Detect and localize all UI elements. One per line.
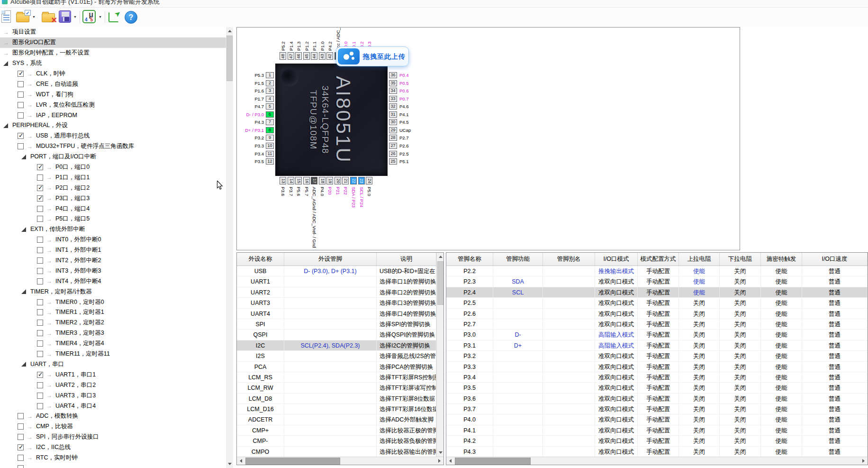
tree-item[interactable]: P2口，端口2 [0, 183, 226, 193]
mode-config-method[interactable]: 手动配置 [638, 351, 679, 361]
tree-item[interactable]: RTC，实时时钟 [0, 453, 226, 463]
io-speed[interactable]: 普通 [802, 414, 868, 424]
tree-item[interactable]: INT3，外部中断3 [0, 266, 226, 276]
peripheral-row[interactable]: LCM_D16 选择TFT彩屏16位数据 [237, 404, 436, 414]
peripheral-row[interactable]: QSPI 选择QSPI的管脚切换 [237, 330, 436, 340]
open-project-button[interactable]: ✓ [16, 9, 29, 25]
open-dropdown-arrow[interactable]: ▼ [32, 15, 36, 18]
tree-item[interactable]: P5口，端口5 [0, 214, 226, 224]
checkbox[interactable] [37, 299, 43, 305]
io-speed[interactable]: 普通 [802, 372, 868, 382]
schmitt-trigger[interactable]: 使能 [761, 436, 802, 446]
expand-triangle-icon[interactable] [21, 289, 26, 294]
scrollbar-thumb[interactable] [226, 36, 233, 81]
keil-dropdown-arrow[interactable]: ▼ [99, 15, 102, 18]
tree-item[interactable]: WDT，看门狗 [0, 89, 226, 100]
pin-number-box[interactable]: 27 [389, 143, 397, 149]
schmitt-trigger[interactable]: 使能 [761, 414, 802, 424]
checkbox[interactable] [37, 185, 43, 191]
pin-config-row[interactable]: P2.5 准双向口模式 手动配置 关闭 关闭 使能 普通 [446, 298, 868, 308]
checkbox[interactable] [37, 382, 43, 388]
io-speed[interactable]: 普通 [802, 266, 868, 276]
tree-item[interactable]: USB，通用串行总线 [0, 131, 226, 141]
column-header[interactable]: I/O口模式 [595, 253, 638, 266]
drag-upload-button[interactable]: 拖拽至此上传 [336, 46, 409, 66]
pullup-resistor[interactable]: 关闭 [679, 351, 720, 361]
checkbox[interactable] [37, 206, 43, 212]
checkbox[interactable] [37, 247, 43, 253]
tree-item[interactable]: PORT，端口及I/O口中断 [0, 152, 226, 162]
pullup-resistor[interactable]: 关闭 [679, 309, 720, 319]
peripheral-row[interactable]: UART2 选择串口2的管脚切换 [237, 287, 436, 298]
io-speed[interactable]: 普通 [802, 319, 868, 329]
pin-number-box[interactable]: 16 [303, 177, 310, 184]
checkbox[interactable] [37, 268, 43, 274]
pin-number-box[interactable]: 33 [389, 96, 397, 102]
pin-number-box[interactable]: 14 [288, 177, 294, 184]
pin-number-box[interactable]: 36 [389, 72, 397, 78]
pin-number-box[interactable]: 44 [311, 52, 317, 60]
checkbox[interactable] [18, 81, 24, 87]
pullup-resistor[interactable]: 使能 [679, 287, 720, 297]
mode-config-method[interactable]: 手动配置 [638, 447, 679, 457]
tree-item[interactable]: TIMER2，定时器2 [0, 318, 226, 328]
expand-triangle-icon[interactable] [21, 227, 26, 232]
column-header[interactable]: 管脚名称 [446, 253, 493, 266]
tree-item[interactable]: MDU32+TFPU，硬件浮点三角函数库 [0, 141, 226, 152]
io-speed[interactable]: 普通 [802, 309, 868, 319]
pullup-resistor[interactable]: 关闭 [679, 436, 720, 446]
schmitt-trigger[interactable]: 使能 [761, 383, 802, 393]
checkbox[interactable] [18, 455, 24, 461]
pulldown-resistor[interactable]: 关闭 [720, 414, 761, 424]
checkbox[interactable] [18, 444, 24, 450]
pin-number-box[interactable]: 20 [335, 177, 341, 184]
io-mode[interactable]: 准双向口模式 [595, 372, 638, 382]
io-speed[interactable]: 普通 [802, 383, 868, 393]
io-speed[interactable]: 普通 [802, 394, 868, 404]
pin-number-box[interactable]: 15 [295, 177, 302, 184]
expand-triangle-icon[interactable] [3, 61, 8, 66]
peripheral-row[interactable]: LCM_D8 选择TFT彩屏8位数据 [237, 394, 436, 404]
pin-number-box[interactable]: 47 [288, 52, 294, 60]
pulldown-resistor[interactable]: 关闭 [720, 404, 761, 414]
checkbox[interactable] [18, 413, 24, 419]
schmitt-trigger[interactable]: 使能 [761, 340, 802, 350]
pin-number-box[interactable]: 48 [280, 52, 286, 60]
tree-item[interactable]: PERIPHERAL，外设 [0, 120, 226, 131]
tree-item[interactable]: SPI，同步串行外设接口 [0, 432, 226, 442]
pin-config-row[interactable]: P3.6 准双向口模式 手动配置 关闭 关闭 使能 普通 [446, 394, 868, 404]
pulldown-resistor[interactable]: 关闭 [720, 447, 761, 457]
peripheral-row[interactable]: UART4 选择串口4的管脚切换 [237, 309, 436, 319]
tree-item[interactable]: INT4，外部中断4 [0, 276, 226, 286]
checkbox[interactable] [37, 309, 43, 315]
pulldown-resistor[interactable]: 关闭 [720, 425, 761, 435]
mode-config-method[interactable]: 手动配置 [638, 436, 679, 446]
pin-number-box[interactable]: 24 [366, 177, 372, 184]
tree-item[interactable]: TIMER1，定时器1 [0, 307, 226, 318]
checkbox[interactable] [18, 133, 24, 139]
pullup-resistor[interactable]: 关闭 [679, 447, 720, 457]
pulldown-resistor[interactable]: 关闭 [720, 383, 761, 393]
pin-number-box[interactable]: 21 [342, 177, 349, 184]
tree-item[interactable]: TIMER11，定时器11 [0, 349, 226, 359]
keil-project-button[interactable]: μ45 [82, 9, 96, 25]
column-header[interactable]: 管脚别名 [543, 253, 595, 266]
io-mode[interactable]: 准双向口模式 [595, 298, 638, 308]
pulldown-resistor[interactable]: 关闭 [720, 276, 761, 286]
pin-config-row[interactable]: P4.2 准双向口模式 手动配置 关闭 关闭 使能 普通 [446, 436, 868, 446]
io-speed[interactable]: 普通 [802, 287, 868, 297]
mode-config-method[interactable]: 手动配置 [638, 276, 679, 286]
close-project-button[interactable]: ✕ [42, 9, 55, 25]
pullup-resistor[interactable]: 关闭 [679, 414, 720, 424]
mode-config-method[interactable]: 手动配置 [638, 394, 679, 404]
io-speed[interactable]: 普通 [802, 276, 868, 286]
scroll-left-button[interactable] [446, 457, 454, 465]
io-mode[interactable]: 准双向口模式 [595, 319, 638, 329]
pin-number-box[interactable]: 25 [389, 158, 397, 165]
checkbox[interactable] [37, 278, 43, 284]
checkbox[interactable] [18, 423, 24, 430]
checkbox[interactable] [37, 216, 43, 222]
column-header[interactable]: 说明 [377, 253, 436, 266]
io-mode[interactable]: 准双向口模式 [595, 436, 638, 446]
tree-item[interactable]: UART，串口 [0, 359, 226, 370]
